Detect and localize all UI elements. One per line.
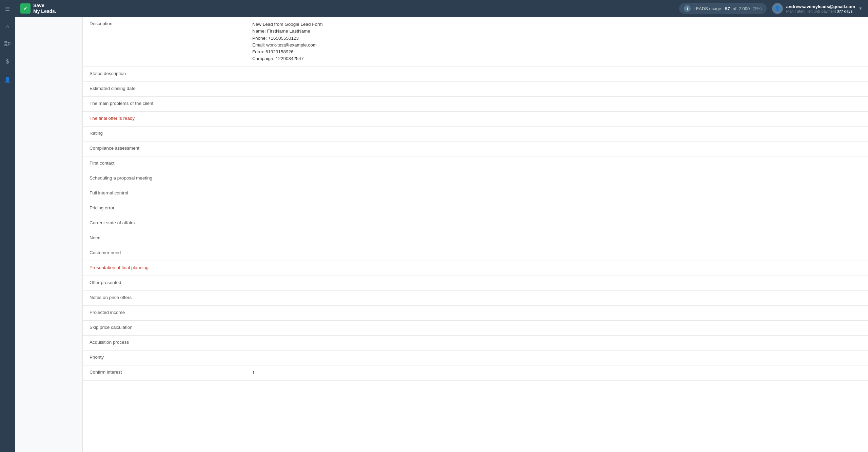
field-label-11: Need <box>90 235 252 240</box>
field-row-8: Full internal control <box>83 186 868 201</box>
description-row: Description New Lead from Google Lead Fo… <box>83 17 868 67</box>
leads-pct: (3%) <box>752 6 762 11</box>
user-avatar: 👤 <box>772 3 783 14</box>
header: ✓ Save My Leads. i LEADS usage: 57 of 2'… <box>15 0 868 17</box>
info-icon: i <box>684 5 691 12</box>
field-label-9: Pricing error <box>90 205 252 210</box>
field-row-19: Priority <box>83 351 868 365</box>
leads-used: 57 <box>725 6 730 11</box>
field-label-16: Projected income <box>90 310 252 315</box>
field-label-1: Estimated closing date <box>90 86 252 91</box>
user-details: andrewsavemyleads@gmail.com Plan | Start… <box>786 4 855 13</box>
main-content: Description New Lead from Google Lead Fo… <box>83 17 868 452</box>
field-row-7: Scheduling a proposal meeting <box>83 171 868 186</box>
leads-label: LEADS usage: <box>693 6 722 11</box>
field-row-13: Presentation of final planning <box>83 261 868 276</box>
billing-icon[interactable]: $ <box>2 56 13 67</box>
field-row-3: The final offer is ready <box>83 112 868 127</box>
svg-rect-2 <box>8 43 10 44</box>
logo-text: Save My Leads. <box>33 3 56 14</box>
field-label-3: The final offer is ready <box>90 116 252 121</box>
description-line-5: Campaign: 12290342547 <box>252 55 861 62</box>
field-row-1: Estimated closing date <box>83 82 868 97</box>
user-info-header: 👤 andrewsavemyleads@gmail.com Plan | Sta… <box>772 3 863 14</box>
field-label-10: Current state of affairs <box>90 220 252 225</box>
field-row-14: Offer presented <box>83 276 868 291</box>
field-label-8: Full internal control <box>90 190 252 195</box>
user-email: andrewsavemyleads@gmail.com <box>786 4 855 9</box>
field-row-16: Projected income <box>83 306 868 321</box>
field-row-12: Customer need <box>83 246 868 261</box>
field-row-0: Status description <box>83 67 868 82</box>
field-row-11: Need <box>83 231 868 246</box>
field-label-17: Skip price calculation <box>90 325 252 330</box>
description-line-3: Email: work-test@example.com <box>252 42 861 49</box>
field-label-5: Compliance assessment <box>90 146 252 151</box>
description-line-0: New Lead from Google Lead Form <box>252 21 861 28</box>
leads-usage: i LEADS usage: 57 of 2'000 (3%) <box>679 3 766 14</box>
user-plan: Plan | Start | left until payment 377 da… <box>786 9 855 13</box>
field-row-4: Rating <box>83 127 868 142</box>
field-row-15: Notes on price offers <box>83 291 868 306</box>
profile-icon[interactable]: 👤 <box>2 74 13 85</box>
description-label: Description <box>90 21 252 26</box>
content-area: Description New Lead from Google Lead Fo… <box>15 17 868 452</box>
field-label-20: Confirm interest <box>90 370 252 375</box>
field-label-19: Priority <box>90 355 252 360</box>
field-label-13: Presentation of final planning <box>90 265 252 270</box>
home-icon[interactable]: ⌂ <box>2 21 13 32</box>
chevron-down-icon[interactable]: ▼ <box>859 6 863 11</box>
field-row-5: Compliance assessment <box>83 142 868 156</box>
field-label-15: Notes on price offers <box>90 295 252 300</box>
description-line-1: Name: FirstName LastName <box>252 28 861 35</box>
field-row-17: Skip price calculation <box>83 321 868 336</box>
description-line-4: Form: 61929158926 <box>252 49 861 55</box>
field-row-9: Pricing error <box>83 201 868 216</box>
field-row-6: First contact <box>83 156 868 171</box>
field-row-2: The main problems of the client <box>83 97 868 112</box>
menu-icon[interactable]: ☰ <box>2 3 13 14</box>
logo: ✓ Save My Leads. <box>20 3 56 14</box>
field-label-0: Status description <box>90 71 252 76</box>
field-label-18: Acquisition process <box>90 340 252 345</box>
svg-rect-0 <box>5 41 7 43</box>
field-label-7: Scheduling a proposal meeting <box>90 175 252 181</box>
field-value-20: 1 <box>252 370 861 376</box>
field-row-10: Current state of affairs <box>83 216 868 231</box>
description-line-2: Phone: +16505550123 <box>252 35 861 42</box>
logo-icon: ✓ <box>20 3 31 14</box>
left-panel <box>15 17 83 452</box>
field-label-4: Rating <box>90 131 252 136</box>
field-label-6: First contact <box>90 161 252 166</box>
leads-total: 2'000 <box>739 6 750 11</box>
field-label-14: Offer presented <box>90 280 252 285</box>
sidebar: ☰ ⌂ $ 👤 <box>0 0 15 452</box>
field-row-20: Confirm interest1 <box>83 365 868 381</box>
svg-rect-1 <box>5 44 7 46</box>
logo-check: ✓ <box>23 6 27 11</box>
field-label-12: Customer need <box>90 250 252 255</box>
description-value: New Lead from Google Lead FormName: Firs… <box>252 21 861 62</box>
leads-separator: of <box>733 6 736 11</box>
main-area: ✓ Save My Leads. i LEADS usage: 57 of 2'… <box>15 0 868 452</box>
field-row-18: Acquisition process <box>83 336 868 351</box>
field-label-2: The main problems of the client <box>90 101 252 106</box>
flows-icon[interactable] <box>2 39 13 50</box>
